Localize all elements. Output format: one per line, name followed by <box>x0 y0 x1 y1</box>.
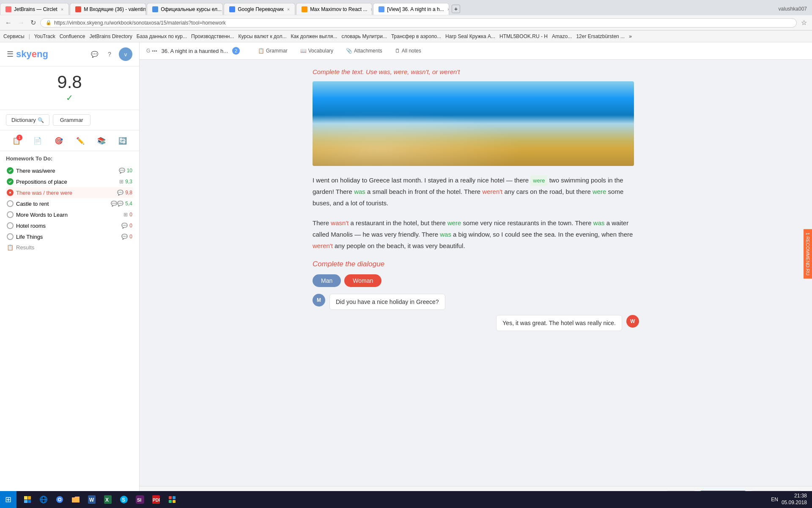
recommend-badge[interactable]: 1·RECOMMEND.RU <box>804 229 812 279</box>
star-btn[interactable]: ☆ <box>799 18 809 28</box>
p2-text-2: some very nice restaurants in the town. … <box>463 219 592 226</box>
url-bar[interactable]: 🔒 https://vimbox.skyeng.ru/workbook/sono… <box>40 18 797 28</box>
exercise-instruction: Complete the text. Use was, were, wasn't… <box>313 68 639 75</box>
bookmark-html5[interactable]: HTML5BOOK.RU - H <box>499 33 548 39</box>
tool-book-icon[interactable]: 📚 <box>95 134 108 147</box>
user-info: valushka007 <box>779 6 812 12</box>
hw-name-1: There was/were <box>16 168 55 174</box>
grammar-label: Grammar <box>60 117 83 123</box>
bookmark-amazon[interactable]: Amazо... <box>552 33 572 39</box>
hw-item-right-5: ⊞ 0 <box>123 212 132 218</box>
tab-grammar[interactable]: 📋 Grammar <box>252 46 293 56</box>
hw-name-6: Hotel rooms <box>16 223 46 229</box>
tab-translate[interactable]: Google Переводчик × <box>224 3 295 15</box>
start-button[interactable]: ⊞ <box>0 491 16 508</box>
hw-item-left-7: Life Things <box>7 233 43 240</box>
tool-target-icon[interactable]: 🎯 <box>52 134 66 147</box>
bookmark-jetbrains-dir[interactable]: JetBrains Directory <box>89 33 132 39</box>
hw-item-more-words[interactable]: More Words to Learn ⊞ 0 <box>6 209 133 220</box>
tab-attachments[interactable]: 📎 Attachments <box>340 46 388 56</box>
bookmark-transfer[interactable]: Трансфер в аэропо... <box>391 33 441 39</box>
help-icon[interactable]: ? <box>104 48 115 60</box>
man-button[interactable]: Man <box>313 274 341 287</box>
app-container: ☰ skyeng 💬 ? v 9.8 ✓ Dictionary 🔍 Gramma… <box>0 42 812 508</box>
hamburger-menu-icon[interactable]: ☰ <box>7 50 14 59</box>
fill-blank-were-1: were <box>530 175 547 186</box>
tab-vocabulary[interactable]: 📖 Vocabulary <box>295 46 339 56</box>
bookmark-confluence[interactable]: Confluence <box>60 33 85 39</box>
sidebar-logo: ☰ skyeng <box>7 49 48 60</box>
hw-item-life-things[interactable]: Life Things 💬 0 <box>6 231 133 242</box>
hw-status-green-2 <box>7 178 14 185</box>
refresh-btn[interactable]: ↻ <box>29 18 38 28</box>
grammar-button[interactable]: Grammar <box>53 114 91 126</box>
bookmark-harp[interactable]: Harp Seal Кружка А... <box>445 33 495 39</box>
taskbar-icon-explorer[interactable] <box>20 492 35 507</box>
hotel-image-inner <box>313 81 634 166</box>
taskbar-icon-app[interactable] <box>165 492 180 507</box>
taskbar-icon-word[interactable]: W <box>84 492 99 507</box>
logo-text: skyeng <box>16 49 48 60</box>
hw-status-red-3 <box>7 189 14 196</box>
back-browser-btn[interactable]: ← <box>3 18 14 28</box>
tab-courses[interactable]: Официальные курсы ел... × <box>147 3 223 15</box>
tab-maxreact[interactable]: Max Maximov to React ... × <box>296 3 372 15</box>
tab-jetbrains[interactable]: JetBrains — Circlet × <box>0 3 69 15</box>
new-tab-button[interactable]: + <box>452 5 460 13</box>
fill-word-were-1: were <box>593 188 606 195</box>
hw-item-hotel-rooms[interactable]: Hotel rooms 💬 0 <box>6 220 133 231</box>
hw-item-castle[interactable]: Castle to rent 💬💬 5,4 <box>6 198 133 209</box>
tab-mail[interactable]: M Входящие (36) - valentin... × <box>70 3 146 15</box>
bookmark-more[interactable]: » <box>629 33 632 39</box>
hw-item-there-was-were[interactable]: There was/were 💬 10 <box>6 165 133 176</box>
taskbar-icon-pdf[interactable]: PDF <box>148 492 164 507</box>
tool-tasks-icon[interactable]: 📋 1 <box>10 134 23 147</box>
bookmark-services[interactable]: Сервисы <box>3 33 25 39</box>
bookmark-12er[interactable]: 12er Ersatzbürsten ... <box>576 33 625 39</box>
bookmark-how-looks[interactable]: Как должен выгля... <box>291 33 337 39</box>
avatar[interactable]: v <box>119 47 132 61</box>
taskbar-icon-ie[interactable] <box>36 492 51 507</box>
tab-skyeng[interactable]: [View] 36. A night in a h... × <box>373 3 449 15</box>
tab-all-notes[interactable]: 🗒 All notes <box>390 46 427 56</box>
tab-label-translate: Google Переводчик <box>238 6 284 12</box>
taskbar-icon-chrome[interactable] <box>52 492 67 507</box>
taskbar-icon-slack[interactable]: Sl <box>132 492 148 507</box>
taskbar-icon-skype[interactable]: S <box>116 492 132 507</box>
hw-item-left-5: More Words to Learn <box>7 211 68 218</box>
hw-name-5: More Words to Learn <box>16 212 68 218</box>
hw-item-right-7: 💬 0 <box>121 234 132 240</box>
tasks-badge: 1 <box>16 135 22 141</box>
chat-icon[interactable]: 💬 <box>88 48 100 60</box>
p2-text-5: any people on the beach, it was very bea… <box>335 242 465 249</box>
tab-close-maxreact[interactable]: × <box>371 7 373 12</box>
svg-text:Sl: Sl <box>137 497 141 502</box>
tab-close-translate[interactable]: × <box>287 7 290 12</box>
woman-button[interactable]: Woman <box>344 274 381 287</box>
dictionary-button[interactable]: Dictionary 🔍 <box>6 114 49 126</box>
tool-refresh-icon[interactable]: 🔄 <box>116 134 129 147</box>
taskbar-icons: W X S Sl PDF <box>16 492 183 507</box>
results-item[interactable]: 📋 Results <box>6 242 133 253</box>
attachments-tab-icon: 📎 <box>346 48 352 54</box>
taskbar-icon-excel[interactable]: X <box>100 492 115 507</box>
tab-close-jetbrains[interactable]: × <box>61 7 63 12</box>
tool-edit-icon[interactable]: ✏️ <box>74 134 87 147</box>
hw-status-gray-4 <box>7 200 14 207</box>
bookmark-production[interactable]: Производственн... <box>191 33 234 39</box>
hw-item-there-was-there-were[interactable]: There was / there were 💬 9,8 <box>6 187 133 198</box>
hw-score-2: 9,3 <box>125 179 132 185</box>
bookmark-youtrack[interactable]: YouTrack <box>34 33 55 39</box>
logo-dot: e <box>32 49 37 59</box>
hw-item-prepositions[interactable]: Prepositions of place ⊞ 9,3 <box>6 176 133 187</box>
hotel-image <box>313 81 634 166</box>
taskbar-icon-folder[interactable] <box>68 492 83 507</box>
forward-browser-btn[interactable]: → <box>16 18 26 28</box>
score-area: 9.8 ✓ <box>0 66 139 110</box>
bookmark-courses[interactable]: Курсы валют к дол... <box>239 33 287 39</box>
tool-copy-icon[interactable]: 📄 <box>31 134 44 147</box>
bookmark-dictionary[interactable]: словарь Мулитри... <box>341 33 387 39</box>
fill-word-wasnt-1: wasn't <box>331 219 348 226</box>
tab-close-skyeng[interactable]: × <box>447 7 449 12</box>
bookmark-database[interactable]: База данных по кур... <box>137 33 187 39</box>
